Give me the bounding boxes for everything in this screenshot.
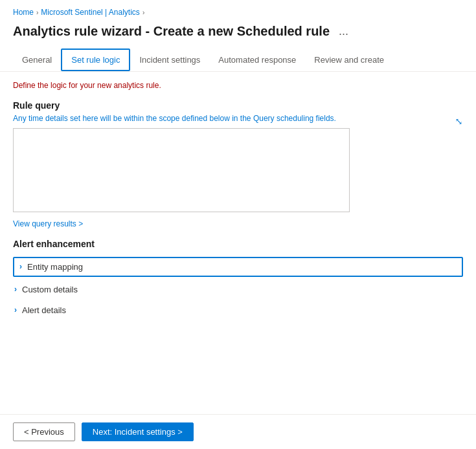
entity-mapping-item[interactable]: › Entity mapping [13, 257, 463, 277]
main-content: Define the logic for your new analytics … [0, 72, 476, 327]
expand-icon[interactable]: ⤢ [454, 118, 464, 126]
previous-button[interactable]: < Previous [13, 422, 75, 441]
tab-general[interactable]: General [13, 49, 61, 71]
rule-query-description: Any time details set here will be within… [13, 113, 463, 124]
breadcrumb-sentinel[interactable]: Microsoft Sentinel | Analytics [41, 8, 140, 17]
entity-mapping-chevron: › [19, 262, 22, 271]
page-title: Analytics rule wizard - Create a new Sch… [13, 24, 330, 39]
view-query-results-link[interactable]: View query results > [13, 219, 83, 228]
tab-incident-settings[interactable]: Incident settings [130, 49, 209, 71]
custom-details-item[interactable]: › Custom details [13, 279, 463, 300]
alert-enhancement-title: Alert enhancement [13, 239, 463, 249]
custom-details-chevron: › [14, 285, 17, 294]
alert-details-chevron: › [14, 305, 17, 314]
breadcrumb-chevron-1: › [36, 9, 38, 16]
next-button[interactable]: Next: Incident settings > [82, 422, 194, 441]
tab-set-rule-logic[interactable]: Set rule logic [61, 49, 130, 71]
define-logic-text: Define the logic for your new analytics … [13, 81, 463, 90]
breadcrumb-chevron-2: › [142, 9, 144, 16]
alert-details-item[interactable]: › Alert details [13, 300, 463, 321]
custom-details-label: Custom details [22, 285, 78, 294]
page-title-row: Analytics rule wizard - Create a new Sch… [0, 21, 476, 49]
rule-query-title: Rule query [13, 100, 463, 111]
query-container: ⤢ [13, 128, 463, 214]
more-options-menu[interactable]: ... [335, 23, 352, 39]
tabs-container: General Set rule logic Incident settings… [0, 49, 476, 72]
tab-review-create[interactable]: Review and create [305, 49, 393, 71]
breadcrumb: Home › Microsoft Sentinel | Analytics › [0, 0, 476, 21]
alert-details-label: Alert details [22, 305, 66, 315]
breadcrumb-home[interactable]: Home [13, 8, 34, 17]
entity-mapping-label: Entity mapping [27, 262, 83, 272]
rule-query-input[interactable] [13, 128, 350, 212]
tab-automated-response[interactable]: Automated response [209, 49, 305, 71]
footer: < Previous Next: Incident settings > [0, 414, 476, 449]
